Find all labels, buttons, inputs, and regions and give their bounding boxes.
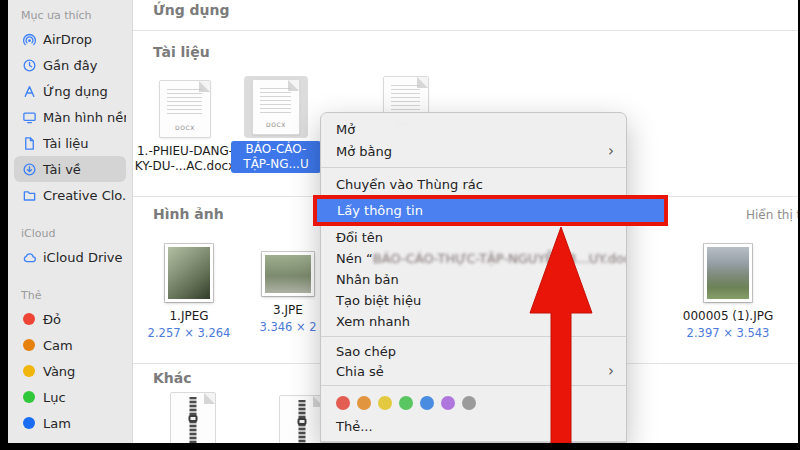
sidebar-tag-green[interactable]: Lục <box>14 384 126 410</box>
sidebar-item-label: Creative Clo... <box>43 188 126 203</box>
file-name: 1.JPEG <box>169 309 208 324</box>
clock-icon <box>21 57 37 73</box>
sidebar-tag-blue[interactable]: Lam <box>14 410 126 436</box>
submenu-chevron-icon: › <box>608 364 614 379</box>
file-docx-1[interactable]: DOCX 1.-PHIEU-DANG- KY-DU-...AC.docx <box>143 78 227 174</box>
tag-color-orange[interactable] <box>357 396 371 410</box>
file-name: 1.-PHIEU-DANG- KY-DU-...AC.docx <box>135 144 235 174</box>
sidebar-item-label: Vàng <box>43 364 75 379</box>
sidebar-section-favorites: Mục ưa thích <box>8 4 132 26</box>
docx-badge-label: DOCX <box>253 121 299 128</box>
tag-dot-green-icon <box>23 391 35 403</box>
tag-dot-red-icon <box>23 313 35 325</box>
tag-dot-yellow-icon <box>23 365 35 377</box>
annotation-arrow-icon <box>520 220 600 443</box>
file-name: 000005 (1).JPG <box>683 309 774 324</box>
image-dimensions: 3.346 × 2 <box>259 320 316 334</box>
sidebar-tag-red[interactable]: Đỏ <box>14 306 126 332</box>
sidebar-item-label: Lục <box>43 390 66 405</box>
sidebar-item-creative-cloud[interactable]: Creative Clo... <box>14 182 126 208</box>
document-icon <box>21 135 37 151</box>
sidebar-item-label: Tài liệu <box>43 136 89 151</box>
docx-badge-label: DOCX <box>160 124 210 131</box>
desktop-icon <box>21 109 37 125</box>
file-zip-1[interactable] <box>170 392 216 443</box>
menu-item-move-to-trash[interactable]: Chuyển vào Thùng rác <box>321 173 626 195</box>
sidebar-item-label: Tía <box>43 442 63 444</box>
section-divider <box>133 30 798 31</box>
sidebar-item-documents[interactable]: Tài liệu <box>14 130 126 156</box>
file-zip-2[interactable] <box>279 395 325 443</box>
tag-dot-orange-icon <box>23 339 35 351</box>
sidebar-item-desktop[interactable]: Màn hình nền <box>14 104 126 130</box>
download-icon <box>21 161 37 177</box>
folder-icon <box>21 187 37 203</box>
sidebar-item-label: Cam <box>43 338 73 353</box>
sidebar-section-tags: Thẻ <box>8 284 132 306</box>
sidebar-item-label: Ứng dụng <box>43 84 108 99</box>
sidebar-item-label: AirDrop <box>43 32 92 47</box>
section-header-apps: Ứng dụng <box>153 2 230 18</box>
photo-thumbnail <box>165 244 213 302</box>
section-header-documents: Tài liệu <box>153 44 210 60</box>
tag-color-gray[interactable] <box>462 396 476 410</box>
tag-color-green[interactable] <box>399 396 413 410</box>
sidebar-item-downloads[interactable]: Tài về <box>14 156 126 182</box>
sidebar-tag-orange[interactable]: Cam <box>14 332 126 358</box>
sidebar-item-recents[interactable]: Gần đây <box>14 52 126 78</box>
sidebar-item-label: Màn hình nền <box>43 110 126 125</box>
tag-color-yellow[interactable] <box>378 396 392 410</box>
sidebar-item-icloud-drive[interactable]: iCloud Drive <box>14 244 126 270</box>
annotation-highlight-box: Lấy thông tin <box>313 195 668 226</box>
sidebar-item-label: Lam <box>43 416 71 431</box>
applications-icon <box>21 83 37 99</box>
finder-window: Mục ưa thích AirDrop Gần đây Ứng dụng Mà… <box>8 0 798 443</box>
airdrop-icon <box>21 31 37 47</box>
sidebar-item-airdrop[interactable]: AirDrop <box>14 26 126 52</box>
sidebar-item-label: iCloud Drive <box>43 250 123 265</box>
section-header-other: Khác <box>153 370 192 386</box>
image-dimensions: 2.397 × 3.543 <box>687 326 770 340</box>
menu-separator <box>321 167 626 168</box>
sidebar-item-applications[interactable]: Ứng dụng <box>14 78 126 104</box>
sidebar-item-label: Gần đây <box>43 58 97 73</box>
photo-thumbnail <box>262 252 314 296</box>
tag-color-purple[interactable] <box>441 396 455 410</box>
tag-color-red[interactable] <box>336 396 350 410</box>
file-name: 3.JPE <box>273 303 303 318</box>
sidebar: Mục ưa thích AirDrop Gần đây Ứng dụng Mà… <box>8 0 133 443</box>
image-dimensions: 2.257 × 3.264 <box>148 326 231 340</box>
tag-dot-blue-icon <box>23 417 35 429</box>
submenu-chevron-icon: › <box>608 144 614 159</box>
sidebar-item-label: Tài về <box>43 162 81 177</box>
cloud-icon <box>21 249 37 265</box>
menu-item-get-info[interactable]: Lấy thông tin <box>317 199 664 222</box>
section-header-images: Hình ảnh <box>153 206 224 222</box>
menu-item-open[interactable]: Mở <box>321 118 626 140</box>
photo-thumbnail <box>704 244 752 302</box>
selected-icon-background: DOCX <box>244 76 308 138</box>
docx-file-icon: DOCX <box>159 80 211 138</box>
sidebar-item-label: Đỏ <box>43 312 61 327</box>
file-image-2[interactable]: 3.JPE 3.346 × 2 <box>251 244 325 334</box>
sidebar-tag-yellow[interactable]: Vàng <box>14 358 126 384</box>
file-image-1[interactable]: 1.JPEG 2.257 × 3.264 <box>147 244 231 340</box>
file-docx-selected[interactable]: DOCX BÁO-CÁO- TẬP-NG...U <box>230 76 322 173</box>
sidebar-section-icloud: iCloud <box>8 222 132 244</box>
menu-item-open-with[interactable]: Mở bằng › <box>321 140 626 162</box>
tag-color-blue[interactable] <box>420 396 434 410</box>
docx-file-icon: DOCX <box>252 79 300 135</box>
sidebar-tag-purple[interactable]: Tía <box>14 436 126 443</box>
selected-file-name: BÁO-CÁO- TẬP-NG...U <box>231 141 321 173</box>
show-all-link[interactable]: Hiển thị tấ <box>746 208 798 222</box>
file-image-3[interactable]: 000005 (1).JPG 2.397 × 3.543 <box>686 244 770 340</box>
